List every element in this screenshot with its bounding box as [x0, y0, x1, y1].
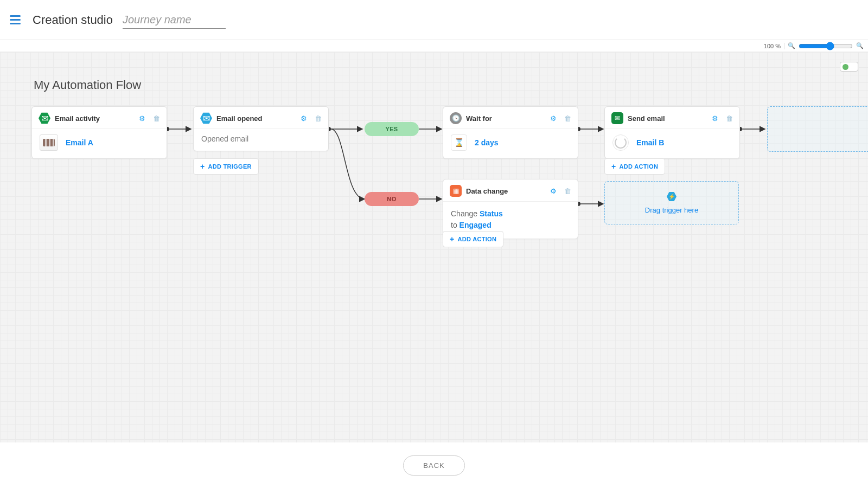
- zoom-in-icon[interactable]: 🔍: [856, 42, 864, 49]
- yes-label: YES: [385, 126, 398, 132]
- node-data-change[interactable]: ▦ Data change ⚙ 🗑 Change Status to Engag…: [443, 179, 578, 239]
- plus-icon: +: [611, 162, 616, 171]
- node-wait-for[interactable]: 🕓 Wait for ⚙ 🗑 ⌛ 2 days: [443, 106, 578, 159]
- add-action-button-bottom[interactable]: + ADD ACTION: [443, 231, 503, 247]
- node-title: Wait for: [466, 114, 546, 123]
- node-email-activity[interactable]: ✉ Email activity ⚙ 🗑 Email A: [31, 106, 167, 159]
- menu-icon[interactable]: [10, 15, 21, 24]
- zoom-percent: 100 %: [761, 43, 784, 49]
- add-action-button-top[interactable]: + ADD ACTION: [604, 158, 665, 175]
- flow-canvas[interactable]: My Automation Flow ✉: [0, 52, 868, 442]
- grid-toggle[interactable]: [840, 62, 858, 72]
- mail-open-icon: ✉: [200, 112, 212, 124]
- trash-icon[interactable]: 🗑: [726, 114, 733, 123]
- journey-name-input[interactable]: [123, 11, 226, 29]
- add-trigger-label: ADD TRIGGER: [208, 163, 251, 170]
- value-engaged[interactable]: Engaged: [459, 221, 492, 229]
- node-title: Email opened: [216, 114, 296, 123]
- field-status[interactable]: Status: [480, 209, 503, 218]
- zoom-controls: 100 % 🔍 🔍: [0, 40, 868, 52]
- gear-icon[interactable]: ⚙: [139, 114, 145, 123]
- send-mail-icon: ✉: [611, 112, 623, 124]
- flow-title: My Automation Flow: [34, 78, 141, 92]
- zoom-out-icon[interactable]: 🔍: [788, 42, 795, 49]
- clock-icon: 🕓: [450, 112, 462, 124]
- decision-no[interactable]: NO: [365, 192, 419, 206]
- gear-icon[interactable]: ⚙: [712, 114, 718, 123]
- gear-icon[interactable]: ⚙: [550, 187, 557, 195]
- drop-label: Drag trigger here: [645, 206, 698, 214]
- top-bar: Creation studio: [0, 0, 868, 40]
- plus-icon: +: [200, 162, 205, 171]
- gear-icon[interactable]: ⚙: [550, 114, 557, 123]
- decision-yes[interactable]: YES: [365, 122, 419, 136]
- email-thumbnail-icon: [40, 134, 58, 151]
- mail-icon: ✉: [39, 112, 50, 124]
- bolt-icon: ⚡: [667, 192, 676, 202]
- add-action-label: ADD ACTION: [619, 163, 658, 170]
- node-title: Data change: [466, 187, 546, 195]
- add-action-label: ADD ACTION: [457, 236, 496, 242]
- node-send-email[interactable]: ✉ Send email ⚙ 🗑 Email B: [604, 106, 740, 159]
- footer: BACK: [0, 442, 868, 488]
- trash-icon[interactable]: 🗑: [153, 114, 160, 123]
- hourglass-icon: ⌛: [451, 134, 467, 151]
- node-value: Opened email: [201, 134, 248, 143]
- node-email-opened[interactable]: ✉ Email opened ⚙ 🗑 Opened email: [193, 106, 329, 151]
- node-value[interactable]: Email B: [636, 138, 664, 147]
- node-title: Send email: [628, 114, 707, 123]
- node-title: Email activity: [55, 114, 135, 123]
- back-button[interactable]: BACK: [403, 455, 464, 476]
- studio-title: Creation studio: [33, 13, 113, 27]
- zoom-slider[interactable]: [799, 42, 853, 50]
- grid-icon: ▦: [450, 185, 462, 197]
- swirl-icon: [612, 134, 629, 151]
- add-trigger-button[interactable]: + ADD TRIGGER: [193, 158, 259, 175]
- trash-icon[interactable]: 🗑: [315, 114, 322, 123]
- trash-icon[interactable]: 🗑: [564, 187, 571, 195]
- gear-icon[interactable]: ⚙: [301, 114, 307, 123]
- drop-zone-trigger[interactable]: ⚡ Drag trigger here: [604, 181, 739, 224]
- no-label: NO: [387, 196, 396, 202]
- drop-zone-top[interactable]: [767, 106, 868, 152]
- plus-icon: +: [450, 235, 454, 243]
- trash-icon[interactable]: 🗑: [564, 114, 571, 123]
- node-value[interactable]: 2 days: [475, 138, 499, 147]
- node-value[interactable]: Email A: [66, 138, 93, 147]
